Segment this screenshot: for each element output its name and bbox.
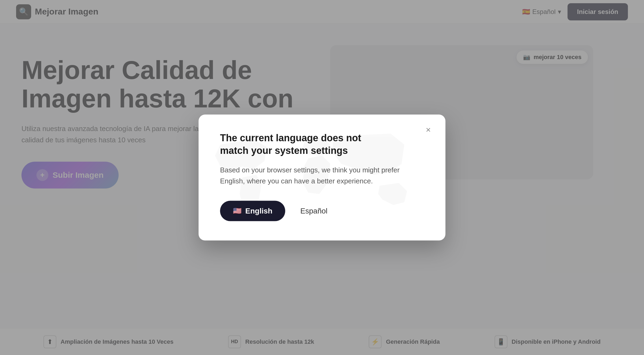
- modal-close-button[interactable]: ×: [422, 123, 435, 136]
- modal-buttons: 🇺🇸 English Español: [220, 201, 424, 221]
- english-button[interactable]: 🇺🇸 English: [220, 201, 285, 221]
- spanish-button[interactable]: Español: [294, 201, 334, 221]
- modal-description: Based on your browser settings, we think…: [220, 164, 413, 187]
- english-label: English: [245, 207, 272, 215]
- language-modal: × The current language does not match yo…: [199, 115, 445, 241]
- modal-title: The current language does not match your…: [220, 132, 381, 157]
- us-flag-icon: 🇺🇸: [233, 207, 241, 215]
